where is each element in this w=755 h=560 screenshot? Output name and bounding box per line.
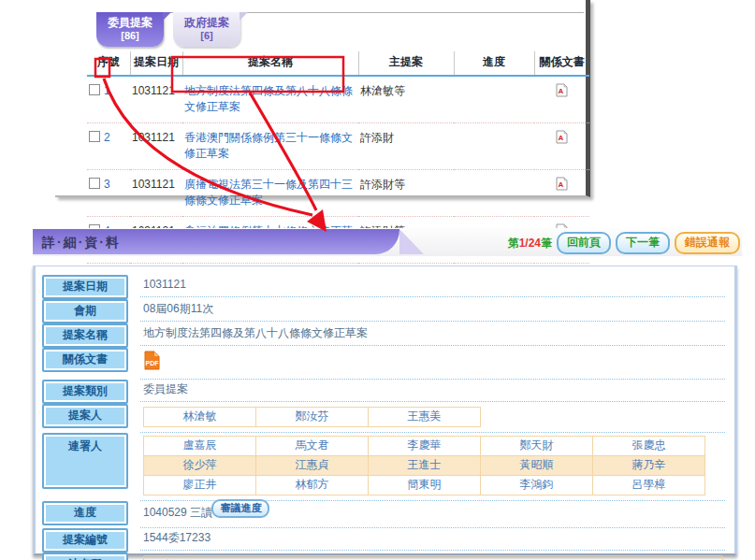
col-header-proposer: 主提案 [358,51,454,76]
row-progress [454,76,534,123]
field-value: 委員提案 [140,380,725,402]
detail-title: 詳·細·資·料 [33,229,399,251]
progress-text: 1040529 三讀 [143,506,212,519]
field-row-proposers: 提案人 林滄敏 鄭汝芬 王惠美 [36,404,734,433]
row-checkbox[interactable] [89,131,100,142]
field-row-progress: 進度 1040529 三讀 審議進度 [36,501,734,528]
tab-government-proposals[interactable]: 政府提案 [6] [173,12,240,47]
field-row-category: 提案類別 委員提案 [36,380,734,404]
pdf-icon[interactable]: A [556,180,568,194]
table-row: 1 1031121 地方制度法第四條及第八十八條條文修正草案 林滄敏等 A [87,76,589,123]
proposers-table: 林滄敏 鄭汝芬 王惠美 [143,407,481,427]
field-value: 1040529 三讀 審議進度 [140,501,725,528]
cosigner-name: 李慶華 [369,437,481,456]
field-value: 08屆06期11次 [140,299,725,322]
detail-banner: 詳·細·資·料 [33,229,399,254]
row-date: 1031121 [130,170,182,217]
row-proposer: 林滄敏等 [358,76,454,123]
cosigner-name: 呂學樟 [593,476,705,495]
svg-text:A: A [559,180,564,189]
cosigner-name: 蔣乃辛 [593,456,705,476]
pdf-icon[interactable]: PDF [143,360,161,373]
field-label: 提案名稱 [42,323,128,348]
cosigner-name: 王進士 [369,456,481,476]
cosigner-name: 徐少萍 [144,456,256,476]
field-row-law-name: 法名稱 地方制度法 [36,553,734,560]
row-date: 1031121 [130,76,182,123]
detail-header: 詳·細·資·料 第1/24筆 回前頁 下一筆 錯誤通報 [33,228,742,256]
table-row: 2 1031121 香港澳門關係條例第三十一條條文修正草案 許添財 A [87,123,589,170]
row-progress [454,170,534,217]
col-header-num: 序號 [87,51,130,76]
col-header-name: 提案名稱 [182,51,358,76]
field-value: 地方制度法 [140,553,725,560]
field-value: 地方制度法第四條及第八十八條條文修正草案 [140,323,725,346]
proposer-name: 王惠美 [369,408,481,427]
cosigners-table: 盧嘉辰 馬文君 李慶華 鄭天財 張慶忠 徐少萍 江惠貞 王進士 黃昭順 蔣乃辛 … [143,436,705,495]
col-header-doc: 關係文書 [534,51,589,76]
field-value: 1544委17233 [140,528,725,551]
tab-label: 政府提案 [184,16,229,29]
col-header-progress: 進度 [454,51,534,76]
field-label: 法名稱 [42,553,128,560]
field-label: 連署人 [42,433,128,489]
proposer-name: 鄭汝芬 [256,408,369,427]
field-label: 提案類別 [42,380,128,404]
cosigner-name: 廖正井 [144,476,256,495]
field-row-session: 會期 08屆06期11次 [36,299,734,323]
row-number-link[interactable]: 3 [104,178,110,191]
proposer-name: 林滄敏 [144,408,256,427]
field-row-proposal-no: 提案編號 1544委17233 [36,528,734,553]
field-label: 提案編號 [42,528,128,553]
page-indicator: 第1/24筆 [508,236,552,251]
table-header-row: 序號 提案日期 提案名稱 主提案 進度 關係文書 [87,51,589,76]
field-row-doc: 關係文書 PDF [36,348,734,380]
error-report-button[interactable]: 錯誤通報 [675,232,740,254]
tab-count: [86] [121,30,139,41]
table-row: 3 1031121 廣播電視法第三十一條及第四十三條條文修正草案 許添財等 A [87,170,589,217]
review-progress-button[interactable]: 審議進度 [211,499,269,518]
cosigner-name: 李鴻鈞 [481,476,593,495]
cosigner-name: 馬文君 [256,437,369,456]
cosigner-name: 黃昭順 [481,456,593,476]
tab-committee-proposals[interactable]: 委員提案 [86] [96,12,164,47]
field-label: 關係文書 [42,348,128,372]
field-value: 1031121 [140,275,725,297]
proposal-name-link[interactable]: 廣播電視法第三十一條及第四十三條條文修正草案 [184,178,353,207]
col-header-date: 提案日期 [130,51,182,76]
field-label: 會期 [42,299,128,323]
back-button[interactable]: 回前頁 [557,232,611,254]
field-label: 提案人 [42,404,128,428]
cosigner-name: 簡東明 [369,476,481,495]
row-number-link[interactable]: 1 [104,84,110,97]
tab-count: [6] [200,30,212,41]
pager: 第1/24筆 回前頁 下一筆 錯誤通報 [508,232,740,254]
pdf-icon[interactable]: A [556,87,568,100]
law-name-box: 地方制度法 [143,555,723,560]
cosigner-name: 林郁方 [256,476,369,495]
row-date: 1031121 [130,123,182,170]
row-checkbox[interactable] [89,84,100,95]
field-row-date: 提案日期 1031121 [36,275,734,299]
field-label: 提案日期 [42,275,128,299]
row-number-link[interactable]: 2 [104,131,110,144]
next-button[interactable]: 下一筆 [616,232,670,254]
svg-text:PDF: PDF [146,360,160,366]
proposal-name-link[interactable]: 地方制度法第四條及第八十八條條文修正草案 [184,84,353,113]
proposal-name-link[interactable]: 香港澳門關係條例第三十一條條文修正草案 [184,131,353,160]
row-proposer: 許添財等 [358,170,454,217]
cosigner-name: 盧嘉辰 [144,437,256,456]
field-value: 盧嘉辰 馬文君 李慶華 鄭天財 張慶忠 徐少萍 江惠貞 王進士 黃昭順 蔣乃辛 … [140,433,725,501]
cosigner-name: 鄭天財 [481,437,593,456]
pdf-icon[interactable]: A [556,134,568,147]
field-row-name: 提案名稱 地方制度法第四條及第八十八條條文修正草案 [36,323,734,348]
row-checkbox[interactable] [89,178,100,189]
cosigner-name: 張慶忠 [593,437,705,456]
field-value: PDF [140,348,725,380]
svg-text:A: A [559,134,564,142]
proposal-list-panel: 委員提案 [86] 政府提案 [6] 序號 提案日期 提案名稱 主提案 進度 關… [55,0,590,197]
field-row-cosigners: 連署人 盧嘉辰 馬文君 李慶華 鄭天財 張慶忠 徐少萍 江惠貞 王進士 黃昭順 … [36,433,734,501]
row-progress [454,123,534,170]
cosigner-name: 江惠貞 [256,456,369,476]
tab-label: 委員提案 [108,16,152,29]
